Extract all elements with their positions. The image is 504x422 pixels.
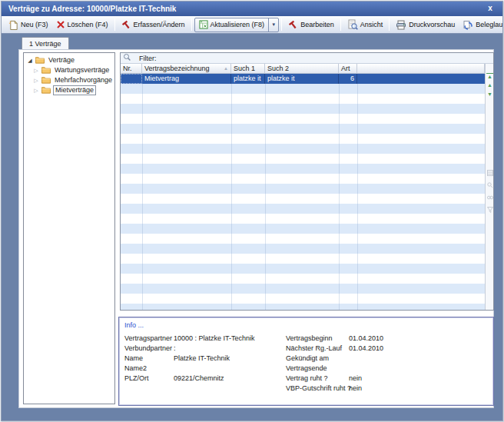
beleglauf-button[interactable]: Beleglauf [459, 18, 503, 32]
info-row: PLZ/Ort09221/Chemnitz [124, 374, 278, 384]
column-header-vertragsbezeichnung[interactable]: Vertragsbezeichnung ▲ [142, 64, 231, 74]
bearbeiten-button[interactable]: Bearbeiten [284, 18, 338, 32]
info-left-column: Vertragspartner10000 : Platzke IT-Techni… [124, 334, 278, 384]
column-header-such2[interactable]: Such 2 [265, 64, 339, 74]
info-value: nein [349, 374, 362, 384]
info-row: Gekündigt am [286, 354, 489, 364]
tree-collapsed-icon[interactable]: ▷ [33, 68, 39, 74]
toolbar-separator [389, 18, 390, 31]
tree-node-label[interactable]: Verträge [47, 56, 76, 65]
new-document-icon [8, 20, 18, 30]
info-value: 01.04.2010 [349, 334, 383, 344]
folder-icon [41, 86, 51, 95]
info-label: Nächster Rg.-Lauf [286, 344, 349, 354]
aktualisieren-dropdown-arrow[interactable]: ▼ [268, 18, 278, 32]
info-row: NamePlatzke IT-Technik [124, 354, 278, 364]
tree-collapsed-icon[interactable]: ▷ [33, 78, 39, 84]
folder-icon [41, 76, 51, 85]
info-row: Vertragsende [286, 364, 489, 374]
refresh-table-icon [199, 20, 208, 29]
folder-icon [35, 56, 45, 65]
druckvorschau-button[interactable]: Druckvorschau [392, 18, 459, 32]
info-row: Vertragsbeginn01.04.2010 [286, 334, 489, 344]
erfassen-aendern-label: Erfassen/Ändern [134, 21, 185, 28]
contract-tree-panel: ◢ Verträge ▷ Wartungsverträge ▷ Mehrfach… [23, 52, 115, 404]
column-header-label: Vertragsbezeichnung [144, 64, 210, 73]
grid-body: Mietvertrag platzke it platzke it 6 [121, 74, 493, 310]
toolbar: Neu (F3) Löschen (F4) Erfassen/Ändern Ak… [2, 16, 502, 34]
neu-button[interactable]: Neu (F3) [5, 18, 52, 32]
cell-such1: platzke it [231, 74, 265, 84]
tree-expanded-icon[interactable]: ◢ [27, 58, 33, 64]
info-label: VBP-Gutschrift ruht ? [286, 384, 349, 394]
info-value: : [174, 344, 176, 354]
selected-row-mietvertrag[interactable]: Mietvertrag platzke it platzke it 6 [121, 74, 485, 84]
column-header-nr[interactable]: Nr. [121, 64, 142, 74]
grid-column-line [231, 84, 232, 310]
info-value: 10000 : Platzke IT-Technik [174, 334, 255, 344]
close-button[interactable]: x [485, 3, 496, 14]
contracts-grid: Filter: Nr. Vertragsbezeichnung ▲ Such 1… [120, 52, 494, 311]
grid-side-strip: ▲ ▲ ▼ [485, 64, 493, 310]
erfassen-aendern-button[interactable]: Erfassen/Ändern [118, 18, 189, 32]
grid-header-row: Nr. Vertragsbezeichnung ▲ Such 1 Such 2 … [121, 64, 493, 74]
edit-hammer-icon [288, 20, 298, 30]
empty-rows-stripes[interactable] [121, 84, 485, 310]
info-row: Verbundpartner: [124, 344, 278, 354]
scroll-up-icon[interactable]: ▲ [486, 82, 493, 88]
grid-filter-row[interactable]: Filter: [121, 53, 493, 64]
filter-tool-icon[interactable] [486, 207, 493, 214]
bearbeiten-label: Bearbeiten [300, 21, 334, 28]
find-tool-icon[interactable] [486, 194, 493, 202]
cell-such2: platzke it [265, 74, 339, 84]
filter-magnifier-icon [121, 53, 131, 63]
info-panel-title: Info ... [124, 321, 144, 329]
info-value: 01.04.2010 [349, 344, 383, 354]
scroll-down-icon[interactable]: ▼ [486, 91, 493, 98]
tree-collapsed-icon[interactable]: ▷ [33, 88, 39, 94]
info-label: Vertragsende [286, 364, 349, 374]
info-value: 09221/Chemnitz [174, 374, 224, 384]
info-value: Platzke IT-Technik [174, 354, 230, 364]
ansicht-button[interactable]: Ansicht [343, 18, 387, 32]
window: Verträge zu Adresse: 10000/Platzke IT-Te… [1, 1, 503, 421]
column-header-filler [357, 64, 485, 74]
loeschen-label: Löschen (F4) [68, 21, 108, 28]
grid-column-line [265, 84, 266, 310]
info-label: Gekündigt am [286, 354, 349, 364]
scroll-to-top-icon[interactable]: ▲ [486, 73, 493, 80]
tree-node-mietvertraege[interactable]: ▷ Mietverträge [33, 85, 96, 95]
tab-vertraege[interactable]: 1 Verträge [22, 37, 69, 50]
toolbar-separator [114, 18, 115, 31]
tree-node-label-selected[interactable]: Mietverträge [53, 85, 96, 95]
loeschen-button[interactable]: Löschen (F4) [52, 18, 112, 31]
toolbar-separator [340, 18, 341, 31]
ansicht-label: Ansicht [360, 21, 383, 28]
search-tool-icon[interactable] [486, 182, 493, 190]
tree-node-mehrfachvorgaenge[interactable]: ▷ Mehrfachvorgänge [33, 75, 114, 85]
column-header-art[interactable]: Art [339, 64, 357, 74]
toolbar-separator [191, 18, 192, 31]
aktualisieren-button[interactable]: Aktualisieren (F8) [195, 18, 269, 31]
grid-column-line [357, 84, 358, 310]
tree-node-label[interactable]: Wartungsverträge [53, 66, 111, 75]
neu-label: Neu (F3) [21, 21, 48, 28]
aktualisieren-group: Aktualisieren (F8) ▼ [194, 18, 280, 32]
list-tool-icon[interactable] [486, 170, 493, 178]
info-row: Nächster Rg.-Lauf01.04.2010 [286, 344, 489, 354]
column-header-such1[interactable]: Such 1 [231, 64, 265, 74]
info-panel: Info ... Vertragspartner10000 : Platzke … [118, 317, 494, 406]
info-row: VBP-Gutschrift ruht ?nein [286, 384, 489, 394]
tree-node-vertraege[interactable]: ◢ Verträge [27, 55, 76, 65]
document-flow-icon [463, 20, 473, 30]
tree-node-label[interactable]: Mehrfachvorgänge [53, 76, 114, 85]
beleglauf-label: Beleglauf [476, 21, 503, 28]
info-label: Verbundpartner [124, 344, 174, 354]
tree-node-wartungsvertraege[interactable]: ▷ Wartungsverträge [33, 65, 111, 75]
cell-art: 6 [339, 74, 357, 84]
info-right-column: Vertragsbeginn01.04.2010 Nächster Rg.-La… [286, 334, 489, 394]
title-bar: Verträge zu Adresse: 10000/Platzke IT-Te… [2, 2, 502, 16]
info-label: Name2 [124, 364, 174, 374]
info-row: Vertrag ruht ?nein [286, 374, 489, 384]
info-label: Vertragsbeginn [286, 334, 349, 344]
